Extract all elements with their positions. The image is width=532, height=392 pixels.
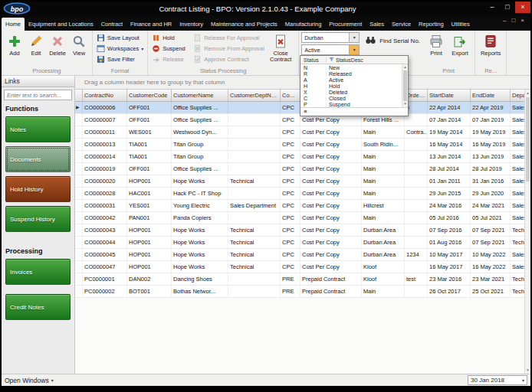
- ribbon-tab[interactable]: Reporting: [415, 18, 448, 31]
- status-option[interactable]: X Deleted: [300, 89, 402, 95]
- print-button[interactable]: Print: [425, 32, 448, 57]
- ribbon-tab[interactable]: Inventory: [176, 18, 207, 31]
- table-row[interactable]: CO0000011 WES001 Westwood Dyn... CPC Cos…: [75, 126, 530, 139]
- ribbon-tab[interactable]: Equipment and Locations: [25, 18, 97, 31]
- status-column-header[interactable]: Status: [300, 57, 327, 63]
- ribbon-tab[interactable]: Utilities: [448, 18, 474, 31]
- ribbon-tab[interactable]: Contract: [97, 18, 126, 31]
- table-row[interactable]: CO0000031 YES001 Young Electric Sales De…: [75, 200, 530, 212]
- table-row[interactable]: CO0000013 TIA001 Titan Group CPC Cost Pe…: [75, 139, 530, 151]
- chevron-down-icon[interactable]: ▾: [349, 45, 359, 54]
- table-row[interactable]: PC0000001 DAN002 Dancing Shoes PRE Prepa…: [75, 273, 530, 286]
- scroll-down-icon[interactable]: ▼: [402, 101, 408, 107]
- open-windows-button[interactable]: Open Windows ▾: [5, 377, 54, 384]
- button-label: Save Layout: [107, 34, 140, 41]
- table-row[interactable]: CO0000019 OFF001 Office Supplies ... CPC…: [75, 163, 530, 175]
- export-button[interactable]: Export: [448, 32, 472, 57]
- status-desc: Released: [327, 71, 402, 77]
- ribbon-tab[interactable]: Service: [388, 18, 415, 31]
- vertical-scrollbar[interactable]: ▲ ▼: [524, 90, 530, 374]
- search-input[interactable]: [4, 90, 72, 100]
- dropdown-scrollbar[interactable]: ▲ ▼: [402, 64, 408, 107]
- column-header[interactable]: CustomerDeptName: [228, 90, 281, 101]
- release-button[interactable]: Release: [150, 54, 192, 64]
- statusdesc-column-header[interactable]: StatusDesc: [327, 57, 408, 63]
- table-row[interactable]: PC0000002 BOT001 Bothas Networ... PRE Pr…: [75, 286, 530, 298]
- edit-button[interactable]: Edit: [25, 32, 47, 57]
- scroll-down-icon[interactable]: ▼: [525, 367, 530, 374]
- reports-button[interactable]: Reports: [478, 32, 504, 57]
- column-header[interactable]: EndDate: [471, 90, 511, 101]
- chevron-down-icon: ▾: [51, 377, 54, 383]
- save-layout-button[interactable]: Save Layout: [95, 32, 145, 43]
- release-for-approval-button[interactable]: Release For Approval: [192, 32, 265, 43]
- table-row[interactable]: CO0000044 HOP001 Hope Works Technical CP…: [75, 237, 530, 249]
- suspend-button[interactable]: Suspend: [150, 43, 192, 54]
- save-filter-button[interactable]: Save Filter: [95, 54, 145, 64]
- ribbon-tab[interactable]: Maintenance and Projects: [207, 18, 281, 31]
- sidebar-button[interactable]: Credit Notes: [5, 294, 71, 320]
- sidebar-button[interactable]: Invoices: [5, 259, 71, 285]
- scrollbar-thumb[interactable]: [526, 97, 530, 181]
- chevron-down-icon[interactable]: ▾: [349, 33, 359, 42]
- column-header[interactable]: CustomerCode: [127, 90, 172, 101]
- ribbon-tab[interactable]: Manufacturing: [281, 18, 326, 31]
- remove-from-approval-button[interactable]: Remove From Approval: [192, 43, 265, 54]
- add-button[interactable]: Add: [4, 32, 25, 57]
- approve-contract-button[interactable]: Approve Contract: [192, 54, 265, 64]
- mdi-restore-icon[interactable]: □: [511, 17, 515, 24]
- sidebar-button[interactable]: Notes: [5, 116, 71, 142]
- mdi-minimize-icon[interactable]: –: [503, 17, 506, 24]
- table-row[interactable]: CO0000014 TIA001 Titan Group CPC Cost Pe…: [75, 151, 530, 163]
- button-label: Delete: [49, 51, 66, 57]
- status-option[interactable]: N New: [300, 64, 402, 70]
- maximize-icon[interactable]: □: [500, 2, 515, 13]
- find-serial-button[interactable]: Find Serial No.: [365, 34, 420, 47]
- scrollbar-thumb[interactable]: [403, 70, 407, 101]
- sidebar-button[interactable]: Suspend History: [5, 206, 71, 232]
- scroll-up-icon[interactable]: ▲: [402, 64, 408, 70]
- column-header[interactable]: ContractType: [281, 90, 300, 101]
- workspaces-button[interactable]: Workspaces ▾: [95, 43, 145, 54]
- sidebar-button[interactable]: Hold History: [5, 176, 71, 202]
- clear-filter-button[interactable]: ×: [300, 107, 408, 116]
- status-option[interactable]: P Suspend: [300, 101, 402, 107]
- ribbon-tab[interactable]: Finance and HR: [126, 18, 176, 31]
- hold-button[interactable]: Hold: [150, 32, 192, 43]
- row-indicator: [75, 163, 83, 175]
- ribbon-tab[interactable]: Procurement: [325, 18, 366, 31]
- ribbon-tab[interactable]: Sales: [366, 18, 388, 31]
- minimize-icon[interactable]: –: [484, 2, 500, 13]
- close-contract-button[interactable]: Close Contract: [265, 32, 296, 63]
- status-option[interactable]: R Released: [300, 70, 402, 77]
- grid-cell: 07 Sep 2021: [471, 237, 511, 248]
- date-picker[interactable]: 30 Jan 2018 ▾: [468, 375, 527, 385]
- delete-button[interactable]: Delete: [47, 32, 68, 57]
- view-button[interactable]: View: [68, 32, 90, 57]
- column-header[interactable]: StartDate: [428, 90, 471, 101]
- status-option[interactable]: H Hold: [300, 83, 402, 89]
- column-header[interactable]: CustomerName: [172, 90, 228, 101]
- column-header[interactable]: [75, 90, 83, 101]
- mdi-close-icon[interactable]: ×: [521, 17, 524, 24]
- table-row[interactable]: CO0000028 HAC001 Hack PC - IT Shop CPC C…: [75, 188, 530, 200]
- ribbon-tab[interactable]: Home: [2, 18, 25, 31]
- scroll-up-icon[interactable]: ▲: [525, 90, 530, 96]
- grid-cell: Kloof: [362, 273, 405, 285]
- column-header[interactable]: ContractNo: [83, 90, 127, 101]
- table-row[interactable]: CO0000043 HOP001 Hope Works Technical CP…: [75, 224, 530, 237]
- sidebar-button[interactable]: Documents: [5, 146, 71, 172]
- grid-cell: CPC: [281, 249, 300, 260]
- status-option[interactable]: C Closed: [300, 95, 402, 101]
- button-label: Add: [9, 51, 19, 57]
- table-row[interactable]: CO0000042 PAN001 Panda Copiers CPC Cost …: [75, 212, 530, 224]
- site-combobox[interactable]: Durban ▾: [301, 32, 360, 43]
- table-row[interactable]: CO0000047 HOP001 Hope Works Technical CP…: [75, 261, 530, 273]
- table-row[interactable]: CO0000020 HOP001 Hope Works Technical CP…: [75, 175, 530, 188]
- grid-cell: CPC: [281, 163, 300, 175]
- status-option[interactable]: A Active: [300, 77, 402, 83]
- close-icon[interactable]: ×: [515, 2, 530, 13]
- grid-cell: Hack PC - IT Shop: [172, 188, 228, 199]
- table-row[interactable]: CO0000045 HOP001 Hope Works Technical CP…: [75, 249, 530, 261]
- status-combobox[interactable]: Active ▾: [301, 44, 360, 55]
